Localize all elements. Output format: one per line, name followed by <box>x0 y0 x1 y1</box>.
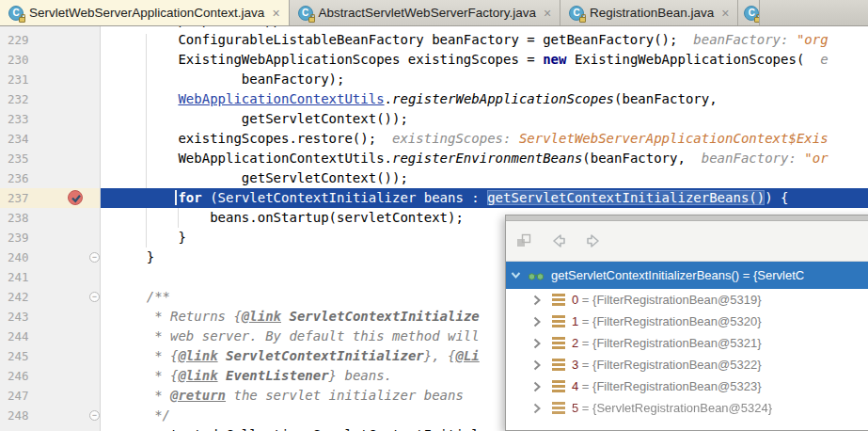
line-number: 247 <box>8 386 36 406</box>
gutter[interactable]: 239 <box>0 228 101 247</box>
gutter[interactable]: 237 <box>0 188 101 208</box>
back-arrow-icon[interactable] <box>550 232 567 249</box>
equals-separator: = <box>578 314 592 328</box>
watch-glasses-icon <box>528 269 545 282</box>
chevron-right-icon[interactable] <box>531 381 543 392</box>
indent-guide <box>146 208 147 247</box>
code-text: getServletContext()); <box>101 109 868 129</box>
indent-guide <box>178 208 179 228</box>
gutter[interactable]: 240− <box>0 247 101 267</box>
array-item-icon <box>552 380 565 392</box>
equals-separator: = <box>578 336 592 350</box>
ide-window: CServletWebServerApplicationContext.java… <box>0 0 868 431</box>
variable-row-0[interactable]: 0 = {FilterRegistrationBean@5319} <box>506 289 868 311</box>
item-index: 2 <box>572 336 578 350</box>
fold-icon[interactable]: − <box>89 252 100 263</box>
tab-1[interactable]: CServletWebServerApplicationContext.java… <box>0 0 290 25</box>
gutter[interactable]: 243 <box>0 307 101 327</box>
copy-icon[interactable] <box>515 232 532 249</box>
gutter[interactable]: 230 <box>0 50 101 70</box>
variable-row-1[interactable]: 1 = {FilterRegistrationBean@5320} <box>506 311 868 332</box>
fold-icon[interactable]: − <box>89 292 100 302</box>
array-item-icon <box>552 337 565 349</box>
evaluate-result-popup[interactable]: getServletContextInitializerBeans() = {S… <box>505 215 868 431</box>
popup-tree: 0 = {FilterRegistrationBean@5319}1 = {Fi… <box>506 289 868 419</box>
line-number: 235 <box>8 149 36 168</box>
line-number: 245 <box>8 346 36 366</box>
gutter[interactable]: 233 <box>0 109 101 129</box>
item-index: 0 <box>572 293 578 307</box>
gutter[interactable]: 247 <box>0 386 101 406</box>
breakpoint-icon[interactable] <box>68 190 83 205</box>
code-line-237[interactable]: 237 for (ServletContextInitializer beans… <box>0 188 868 208</box>
item-value: {FilterRegistrationBean@5321} <box>592 336 761 350</box>
fold-icon[interactable]: − <box>89 410 100 421</box>
code-text: existingScopes.restore(); existingScopes… <box>101 129 868 149</box>
tab-label: ServletWebServerApplicationContext.java <box>29 6 264 20</box>
equals-separator: = <box>578 379 592 393</box>
line-number: 241 <box>8 267 36 287</box>
code-text: ConfigurableListableBeanFactory beanFact… <box>101 30 868 50</box>
gutter[interactable]: 235 <box>0 149 101 168</box>
gutter[interactable]: 242− <box>0 287 101 307</box>
class-icon: C <box>569 6 584 21</box>
forward-arrow-icon[interactable] <box>585 232 602 249</box>
lock-icon <box>19 17 25 23</box>
gutter[interactable]: 241 <box>0 267 101 287</box>
code-line-233[interactable]: 233 getServletContext()); <box>0 109 868 129</box>
gutter[interactable]: 229 <box>0 30 101 50</box>
chevron-right-icon[interactable] <box>531 295 543 306</box>
code-line-235[interactable]: 235 WebApplicationContextUtils.registerE… <box>0 149 868 168</box>
tab-label: AbstractServletWebServerFactory.java <box>319 6 536 20</box>
tab-3[interactable]: CRegistrationBean.java× <box>560 0 738 25</box>
tab-2[interactable]: CAbstractServletWebServerFactory.java× <box>290 0 561 25</box>
equals-separator: = <box>578 358 592 372</box>
line-number: 230 <box>8 50 36 70</box>
gutter[interactable]: 238 <box>0 208 101 228</box>
code-text: beanFactory); <box>101 70 868 89</box>
variable-row-5[interactable]: 5 = {ServletRegistrationBean@5324} <box>506 397 868 419</box>
line-number: 238 <box>8 208 36 228</box>
code-line-234[interactable]: 234 existingScopes.restore(); existingSc… <box>0 129 868 149</box>
line-number: 242 <box>8 287 36 307</box>
code-line-231[interactable]: 231 beanFactory); <box>0 70 868 89</box>
chevron-right-icon[interactable] <box>531 359 543 371</box>
chevron-right-icon[interactable] <box>531 403 543 414</box>
variable-row-4[interactable]: 4 = {FilterRegistrationBean@5323} <box>506 375 868 397</box>
line-number: 246 <box>8 366 36 386</box>
chevron-right-icon[interactable] <box>531 338 543 349</box>
gutter[interactable]: 246 <box>0 366 101 386</box>
close-icon[interactable]: × <box>721 7 729 20</box>
variable-row-2[interactable]: 2 = {FilterRegistrationBean@5321} <box>506 332 868 354</box>
tab-4[interactable]: C <box>738 0 760 25</box>
item-value: {FilterRegistrationBean@5323} <box>592 379 761 393</box>
close-icon[interactable]: × <box>272 7 279 20</box>
close-icon[interactable]: × <box>544 7 551 20</box>
gutter[interactable] <box>0 425 101 431</box>
code-text: ExistingWebApplicationScopes existingSco… <box>101 50 868 70</box>
array-item-icon <box>552 359 565 371</box>
gutter[interactable]: 244 <box>0 327 101 346</box>
gutter[interactable]: 248− <box>0 406 101 425</box>
tab-label: RegistrationBean.java <box>590 6 714 20</box>
code-line-229[interactable]: 229 ConfigurableListableBeanFactory bean… <box>0 30 868 50</box>
code-line-236[interactable]: 236 getServletContext()); <box>0 168 868 188</box>
item-index: 3 <box>572 358 578 372</box>
code-text: WebApplicationContextUtils.registerWebAp… <box>101 89 868 109</box>
chevron-right-icon[interactable] <box>531 316 543 327</box>
popup-result-row[interactable]: getServletContextInitializerBeans() = {S… <box>506 262 868 289</box>
item-index: 5 <box>572 401 578 415</box>
array-item-icon <box>552 315 565 327</box>
code-line-232[interactable]: 232 WebApplicationContextUtils.registerW… <box>0 89 868 109</box>
chevron-down-icon[interactable] <box>510 269 522 281</box>
gutter[interactable]: 236 <box>0 168 101 188</box>
line-number: 229 <box>8 30 36 50</box>
line-number: 236 <box>8 168 36 188</box>
gutter[interactable]: 234 <box>0 129 101 149</box>
gutter[interactable]: 232 <box>0 89 101 109</box>
code-line-230[interactable]: 230 ExistingWebApplicationScopes existin… <box>0 50 868 70</box>
item-value: {FilterRegistrationBean@5320} <box>592 314 761 328</box>
gutter[interactable]: 245 <box>0 346 101 366</box>
variable-row-3[interactable]: 3 = {FilterRegistrationBean@5322} <box>506 354 868 375</box>
gutter[interactable]: 231 <box>0 70 101 89</box>
